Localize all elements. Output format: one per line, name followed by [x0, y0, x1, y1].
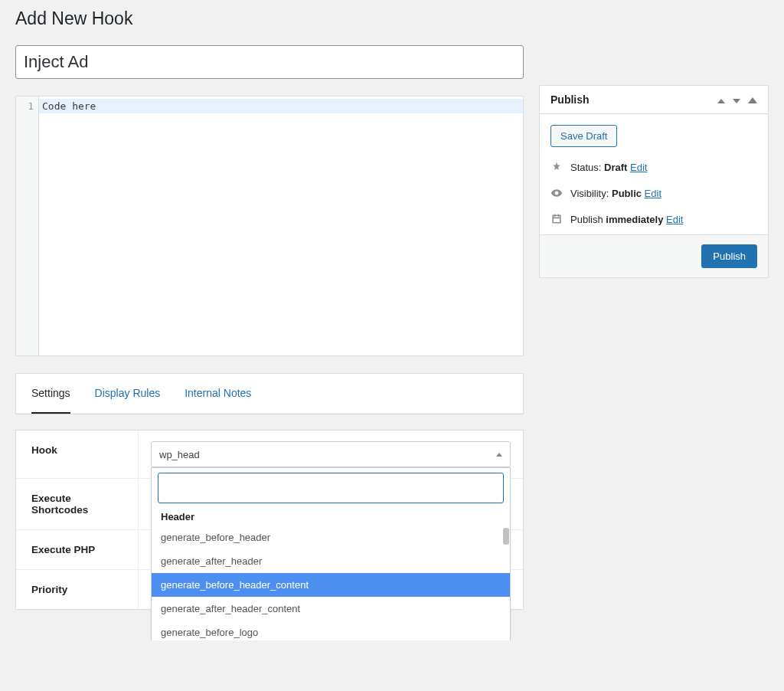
tab-container: Settings Display Rules Internal Notes [15, 373, 524, 414]
publish-button[interactable]: Publish [701, 244, 757, 268]
hook-option[interactable]: generate_before_header [152, 526, 510, 549]
hook-option[interactable]: generate_after_header [152, 549, 510, 573]
schedule-label: Publish [570, 214, 603, 225]
hook-option-list[interactable]: Header generate_before_header generate_a… [152, 506, 510, 640]
toggle-box-icon[interactable] [748, 94, 757, 106]
schedule-value: immediately [606, 214, 663, 225]
tab-settings[interactable]: Settings [31, 374, 70, 414]
hook-optgroup-header: Header [152, 506, 510, 526]
move-down-icon[interactable] [733, 94, 740, 106]
visibility-edit-link[interactable]: Edit [645, 188, 662, 199]
hook-option[interactable]: generate_before_logo [152, 621, 510, 640]
title-input[interactable] [15, 45, 524, 79]
publish-box: Publish Save Draft Status: Draft E [539, 85, 769, 278]
code-area[interactable]: Code here [39, 97, 523, 355]
status-label: Status: [570, 162, 601, 173]
page-title: Add New Hook [15, 3, 769, 34]
visibility-value: Public [612, 188, 642, 199]
hook-option[interactable]: generate_after_header_content [152, 597, 510, 621]
hook-select[interactable]: wp_head [151, 441, 511, 467]
line-number: 1 [16, 99, 38, 113]
row-label-php: Execute PHP [16, 530, 139, 569]
visibility-label: Visibility: [570, 188, 609, 199]
code-line-1: Code here [39, 99, 523, 113]
status-edit-link[interactable]: Edit [630, 162, 647, 173]
hook-search-input[interactable] [158, 473, 504, 503]
scrollbar-thumb[interactable] [503, 528, 509, 545]
status-value: Draft [604, 162, 627, 173]
publish-heading: Publish [550, 93, 590, 106]
save-draft-button[interactable]: Save Draft [550, 125, 617, 147]
hook-dropdown: Header generate_before_header generate_a… [151, 467, 511, 640]
tab-internal-notes[interactable]: Internal Notes [185, 374, 251, 413]
hook-select-value: wp_head [159, 449, 200, 460]
schedule-edit-link[interactable]: Edit [666, 214, 683, 225]
settings-panel: Hook wp_head Header generate_before_head… [15, 430, 524, 610]
row-label-hook: Hook [16, 431, 139, 478]
row-label-shortcodes: Execute Shortcodes [16, 479, 139, 529]
move-up-icon[interactable] [717, 94, 725, 106]
pin-icon [550, 161, 563, 173]
code-editor[interactable]: 1 Code here [15, 96, 524, 356]
hook-option[interactable]: generate_before_header_content [152, 573, 510, 597]
tab-display-rules[interactable]: Display Rules [95, 374, 161, 413]
code-gutter: 1 [16, 97, 39, 355]
caret-up-icon [496, 453, 502, 457]
visibility-icon [550, 187, 563, 199]
row-label-priority: Priority [16, 570, 139, 609]
calendar-icon [550, 213, 563, 225]
